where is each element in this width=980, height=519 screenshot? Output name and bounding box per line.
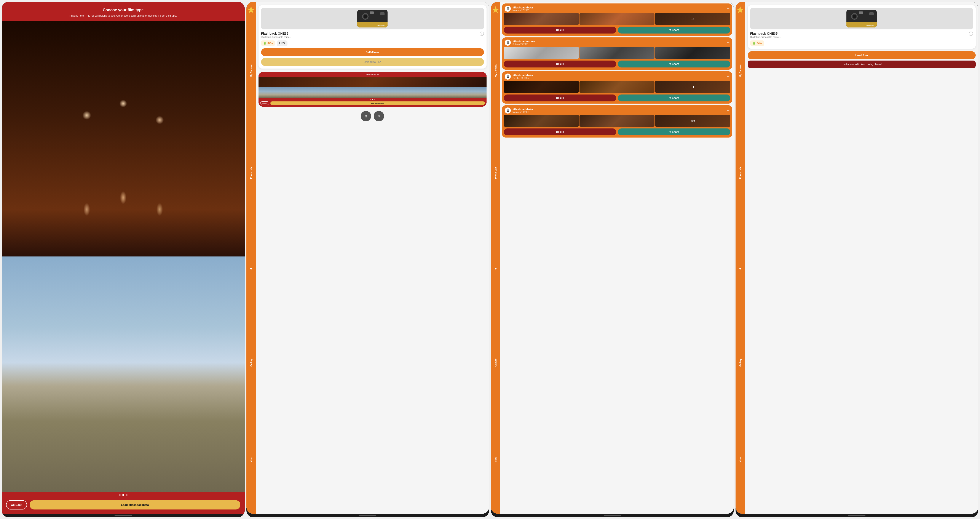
roll2-share-btn[interactable]: ⇧ Share	[618, 60, 730, 67]
home-indicator-1	[2, 514, 245, 517]
roll1-thumbnails: +8	[502, 13, 732, 27]
go-back-button[interactable]: Go Back	[6, 500, 27, 509]
info-icon[interactable]: i	[480, 32, 484, 36]
roll3-delete-btn[interactable]: Delete	[504, 94, 616, 102]
roll2-thumb-2	[579, 47, 654, 59]
preview-dot-2	[372, 99, 373, 100]
roll4-date: Mon Jan 13 2025	[512, 111, 725, 113]
sidebar4-item-photo-lab[interactable]: Photo Lab	[739, 166, 741, 181]
roll1-delete-btn[interactable]: Delete	[504, 27, 616, 33]
battery-value: 64%	[267, 42, 273, 45]
camera-image-4: Flashback•	[750, 8, 973, 29]
share-circle-button[interactable]: ⇧	[361, 111, 371, 121]
sidebar4-item-gallery[interactable]: Gallery	[739, 357, 741, 368]
roll4-thumbnails: +19	[502, 115, 732, 129]
sidebar-item-more[interactable]: More	[250, 455, 253, 464]
roll2-delete-btn[interactable]: Delete	[504, 60, 616, 67]
screen-1: Choose your film type Privacy note: This…	[2, 2, 245, 517]
camera-flash-4	[859, 11, 863, 14]
gallery-content: 🎞 #flashbackbeta Mon Jan 27 2025 ✏ +8 De…	[500, 2, 734, 514]
roll4-name: #flashbackbeta	[512, 108, 725, 111]
camera-body-4: Flashback•	[846, 10, 877, 27]
load-film-main-btn[interactable]: Load film	[748, 51, 976, 59]
screen1-body: Choose your film type Privacy note: This…	[2, 2, 245, 517]
tooltip-bubble: Load a new roll to keep taking photos!	[748, 60, 976, 68]
roll4-share-btn[interactable]: ⇧ Share	[618, 129, 730, 135]
home-bar-4	[848, 515, 865, 516]
home-indicator-3	[491, 514, 734, 517]
roll4-edit-icon[interactable]: ✏	[727, 109, 730, 112]
sidebar3-item-my-camera[interactable]: My Camera	[494, 63, 497, 79]
info-icon-4[interactable]: i	[969, 32, 973, 36]
share-buttons: ⇧ ✎	[256, 108, 489, 124]
shots-value: 27	[283, 42, 285, 45]
roll1-edit-icon[interactable]: ✏	[727, 7, 730, 10]
screen4-content: Flashback• Flashback ONE35 Digital un-di…	[745, 2, 978, 514]
preview-back-btn[interactable]: Go Back	[260, 102, 269, 105]
phone-preview-inner: Choose your film type Go Back Load #flas…	[259, 72, 487, 107]
sidebar-item-gallery[interactable]: Gallery	[250, 357, 253, 368]
dot-3	[126, 494, 127, 496]
roll4-count: +19	[655, 115, 730, 127]
roll3-info: #flashbackbeta Tue Jan 21 2025	[512, 74, 725, 80]
camera-stats: 🔋 64% 🎞 27	[261, 40, 484, 46]
camera-stats-4: 🔋 64%	[750, 40, 973, 46]
roll3-header: 🎞 #flashbackbeta Tue Jan 21 2025 ✏	[502, 72, 732, 81]
battery-stat-4: 🔋 64%	[750, 40, 764, 46]
camera-info: Flashback ONE35 Digital un-disposable ca…	[261, 32, 484, 38]
sidebar-item-my-camera[interactable]: My Camera	[250, 63, 253, 79]
load-film-button[interactable]: Load #flashbackbeta	[30, 500, 240, 509]
roll1-date: Mon Jan 27 2025	[512, 9, 725, 11]
roll2-edit-icon[interactable]: ✏	[727, 41, 730, 45]
roll4-thumb-3: +19	[655, 115, 730, 127]
phone-preview-photo-bottom	[259, 88, 487, 98]
sidebar-scroll-dot	[250, 268, 252, 269]
sidebar4-item-more[interactable]: More	[739, 455, 741, 464]
pagination-dots	[2, 492, 245, 498]
roll1-name: #flashbackbeta	[512, 6, 725, 9]
sidebar-star-badge-3	[492, 6, 500, 14]
roll1-thumb-3: +8	[655, 13, 730, 25]
camera-illustration-4: Flashback•	[846, 10, 877, 27]
photo-top	[2, 21, 245, 257]
roll3-count: +1	[655, 81, 730, 93]
roll1-share-btn[interactable]: ⇧ Share	[618, 27, 730, 33]
sidebar-star-badge	[247, 6, 255, 14]
roll3-share-btn[interactable]: ⇧ Share	[618, 94, 730, 102]
screen-4: My Camera Photo Lab Gallery More	[735, 2, 978, 517]
camera-name-4: Flashback ONE35	[750, 32, 781, 35]
load-film-tooltip: Load film Load a new roll to keep taking…	[748, 51, 976, 68]
camera-lens-4	[851, 13, 858, 20]
roll4-actions: Delete ⇧ Share	[502, 129, 732, 137]
roll1-actions: Delete ⇧ Share	[502, 27, 732, 36]
beach-photo	[2, 256, 245, 492]
camera-lens-inner	[364, 15, 367, 18]
home-indicator-2	[247, 514, 489, 517]
roll3-edit-icon[interactable]: ✏	[727, 75, 730, 78]
roll2-date: Sat Jan 25 2025	[512, 43, 725, 45]
roll4-delete-btn[interactable]: Delete	[504, 129, 616, 135]
sidebar3-item-gallery[interactable]: Gallery	[494, 357, 497, 368]
battery-value-4: 64%	[757, 42, 762, 45]
preview-load-btn[interactable]: Load #flashbackbeta	[270, 102, 485, 105]
screen-2: My Camera Photo Lab Gallery More	[247, 2, 489, 517]
preview-dot-1	[370, 99, 371, 100]
edit-circle-button[interactable]: ✎	[374, 111, 384, 121]
dot-2	[123, 494, 124, 496]
camera-illustration: Flashback•	[357, 10, 388, 27]
sidebar-item-photo-lab[interactable]: Photo Lab	[250, 166, 253, 181]
camera-image: Flashback•	[261, 8, 484, 29]
roll1-icon: 🎞	[505, 6, 511, 12]
roll-card-4: 🎞 #flashbackbeta Mon Jan 13 2025 ✏ +19 D…	[502, 105, 732, 137]
roll3-thumb-2	[579, 81, 654, 93]
dot-1	[119, 494, 121, 496]
roll1-header: 🎞 #flashbackbeta Mon Jan 27 2025 ✏	[502, 3, 732, 13]
screen1-title: Choose your film type	[7, 8, 240, 12]
unload-button[interactable]: Unload to Lab	[261, 58, 484, 66]
roll2-header: 🎞 #flashbackmono Sat Jan 25 2025 ✏	[502, 37, 732, 47]
screen1-footer: Go Back Load #flashbackbeta	[2, 498, 245, 514]
sidebar3-item-photo-lab[interactable]: Photo Lab	[494, 166, 497, 181]
self-timer-button[interactable]: Self-Timer	[261, 48, 484, 56]
sidebar4-item-my-camera[interactable]: My Camera	[739, 63, 741, 79]
sidebar3-item-more[interactable]: More	[494, 455, 497, 464]
